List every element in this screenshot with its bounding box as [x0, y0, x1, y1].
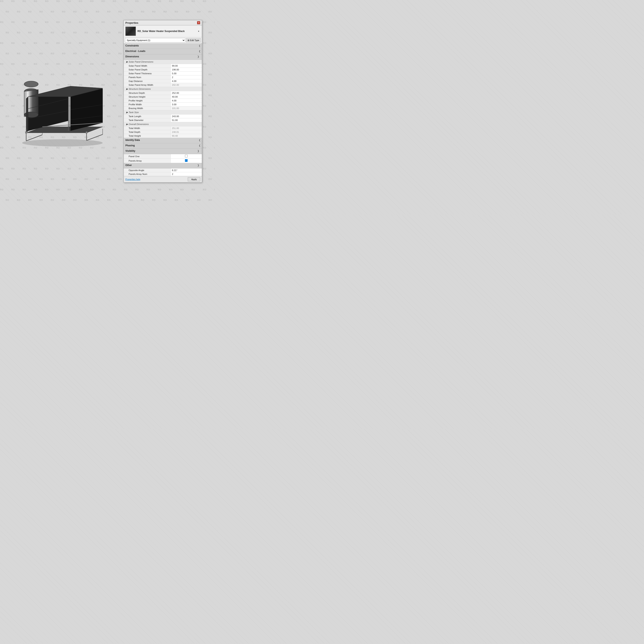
watermark-text: RD	[113, 0, 116, 2]
watermark-text: RD	[39, 31, 43, 34]
watermark-text: RD	[175, 199, 178, 201]
prop-value[interactable]: 4.00	[171, 79, 202, 83]
watermark-text: RD	[214, 42, 215, 44]
prop-value	[171, 154, 202, 159]
watermark-text: RD	[62, 199, 66, 201]
checkbox-checked[interactable]	[185, 159, 188, 162]
edit-type-icon: ⊞	[188, 39, 189, 42]
prop-subheader[interactable]: ▶ Solar Panel Dimensions	[124, 60, 202, 64]
prop-value[interactable]: 243.00	[171, 115, 202, 118]
prop-value[interactable]: 248.81	[171, 130, 202, 134]
watermark-text: RD	[180, 188, 184, 191]
prop-value[interactable]: 99.00	[171, 64, 202, 68]
watermark-text: RD	[197, 10, 201, 13]
close-button[interactable]: ✕	[197, 21, 200, 24]
watermark-text: RD	[203, 84, 206, 86]
watermark-text: RD	[11, 188, 15, 191]
prop-value[interactable]: 40.00	[171, 95, 202, 99]
watermark-text: RD	[11, 167, 15, 170]
prop-value[interactable]: 252.00	[171, 91, 202, 95]
watermark-text: RD	[208, 94, 212, 97]
prop-label: Structure Depth	[124, 91, 171, 95]
prop-row: Profile Height 4.00	[124, 99, 202, 103]
prop-row: Panels Array Num 2	[124, 172, 202, 176]
prop-value[interactable]: 51.00	[171, 118, 202, 122]
watermark-text: RD	[135, 188, 139, 191]
watermark-text: RD	[28, 157, 32, 159]
prop-value[interactable]: 2	[171, 172, 202, 176]
watermark-text: RD	[113, 167, 116, 170]
watermark-text: RD	[101, 42, 105, 44]
watermark-text: RD	[208, 115, 212, 118]
watermark-text: RD	[118, 199, 122, 201]
watermark-text: RD	[56, 188, 60, 191]
watermark-text: RD	[0, 63, 4, 65]
watermark-text: RD	[203, 105, 206, 107]
checkbox-unchecked[interactable]	[185, 155, 188, 157]
watermark-text: RD	[208, 199, 212, 201]
watermark-text: RD	[214, 0, 215, 2]
apply-button[interactable]: Apply	[188, 177, 200, 181]
prop-row: Panels Array	[124, 159, 202, 163]
section-header-identity_data[interactable]: Identity Data 《	[124, 138, 202, 143]
section-header-other[interactable]: Other 》	[124, 163, 202, 168]
watermark-text: RD	[0, 21, 4, 23]
watermark-text: RD	[39, 52, 43, 55]
watermark-text: RD	[28, 10, 32, 13]
prop-subheader[interactable]: ▶ Tank Size	[124, 110, 202, 115]
prop-value[interactable]: 251.00	[171, 126, 202, 130]
watermark-text: RD	[28, 52, 32, 55]
prop-label: Total Height	[124, 134, 171, 138]
watermark-text: RD	[203, 147, 206, 149]
section-header-phasing[interactable]: Phasing 《	[124, 143, 202, 149]
prop-value[interactable]: 202.00	[171, 83, 202, 87]
type-dropdown[interactable]: Specialty Equipment (1)	[125, 38, 185, 42]
prop-subheader[interactable]: ▶ Structure Dimensions	[124, 87, 202, 91]
watermark-text: RD	[45, 167, 49, 170]
watermark-text: RD	[34, 188, 37, 191]
prop-subheader[interactable]: ▶ Overall Dimensions	[124, 122, 202, 126]
prop-value[interactable]: 4.00	[171, 99, 202, 103]
watermark-text: RD	[163, 10, 167, 13]
watermark-text: RD	[34, 0, 37, 2]
prop-value	[171, 159, 202, 163]
prop-value[interactable]: 90.48	[171, 134, 202, 138]
watermark-text: RD	[62, 52, 66, 55]
panel-title: Properties	[125, 21, 138, 24]
component-icon	[125, 27, 136, 36]
watermark-text: RD	[208, 178, 212, 180]
prop-value[interactable]: 2	[171, 75, 202, 79]
watermark-text: RD	[101, 21, 105, 23]
watermark-text: RD	[101, 188, 105, 191]
prop-label: Panels Num	[124, 75, 171, 79]
watermark-text: RD	[68, 21, 71, 23]
svg-rect-24	[25, 131, 27, 133]
section-header-electrical_loads[interactable]: Electrical - Loads 《	[124, 49, 202, 54]
prop-value[interactable]: 5.00	[171, 72, 202, 75]
watermark-text: RD	[147, 0, 150, 2]
watermark-text: RD	[56, 167, 60, 170]
watermark-text: RD	[45, 188, 49, 191]
watermark-text: RD	[169, 188, 173, 191]
watermark-text: RD	[79, 42, 83, 44]
watermark-text: RD	[208, 136, 212, 138]
properties-help-link[interactable]: Properties help	[125, 178, 140, 181]
component-dropdown-arrow[interactable]: ▼	[197, 30, 200, 33]
watermark-text: RD	[152, 10, 156, 13]
prop-value[interactable]: 101.00	[171, 106, 202, 110]
watermark-text: RD	[6, 157, 9, 159]
prop-value[interactable]: 198.00	[171, 68, 202, 72]
prop-value[interactable]: 3.00	[171, 103, 202, 106]
watermark-text: RD	[39, 157, 43, 159]
section-header-visibility[interactable]: Visibility 》	[124, 149, 202, 154]
prop-value[interactable]: 8.21°	[171, 168, 202, 172]
section-header-constraints[interactable]: Constraints 《	[124, 43, 202, 49]
edit-type-button[interactable]: ⊞ Edit Type	[186, 38, 201, 42]
watermark-text: RD	[0, 188, 4, 191]
svg-marker-21	[26, 97, 28, 133]
watermark-text: RD	[68, 0, 71, 2]
watermark-text: RD	[118, 94, 122, 97]
watermark-text: RD	[96, 10, 99, 13]
section-header-dimensions[interactable]: Dimensions 》	[124, 54, 202, 60]
watermark-text: RD	[6, 94, 9, 97]
